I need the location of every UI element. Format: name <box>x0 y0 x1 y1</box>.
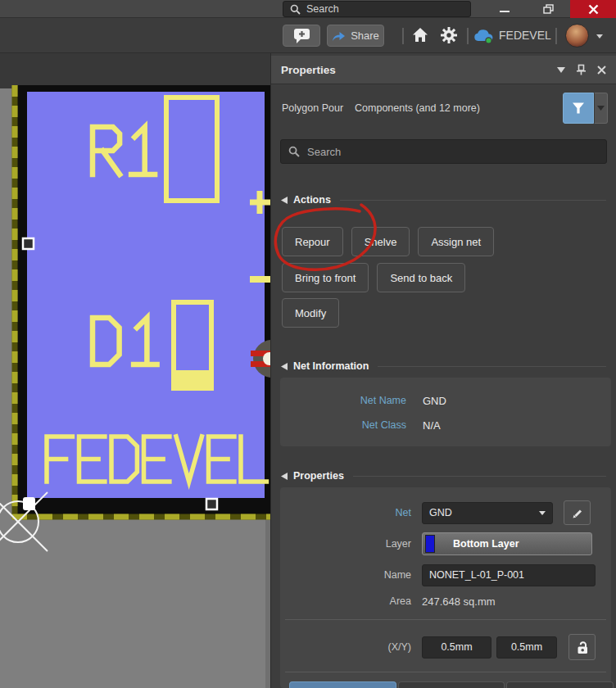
share-button[interactable]: Share <box>327 25 384 47</box>
collapse-triangle-icon <box>281 363 288 370</box>
search-icon <box>288 146 300 157</box>
y-input-value: 0.5mm <box>511 641 542 653</box>
restore-button[interactable] <box>532 0 565 18</box>
pour-mode-tab[interactable] <box>398 681 505 688</box>
shelve-button[interactable]: Shelve <box>351 227 410 256</box>
section-header-net-information[interactable]: Net Information <box>271 360 616 373</box>
y-input[interactable]: 0.5mm <box>496 636 557 659</box>
share-label: Share <box>351 29 379 42</box>
global-search-placeholder: Search <box>306 3 339 15</box>
scope-primary: Polygon Pour <box>282 102 343 114</box>
settings-gear-icon[interactable] <box>441 27 457 47</box>
divider <box>285 619 606 620</box>
assign-net-button[interactable]: Assign net <box>418 227 494 256</box>
name-input[interactable]: NONET_L-01_P-001 <box>422 564 596 586</box>
section-header-actions[interactable]: Actions <box>271 193 616 206</box>
scope-secondary: Components (and 12 more) <box>355 102 480 114</box>
comment-plus-icon <box>293 28 310 44</box>
area-label: Area <box>280 595 411 607</box>
net-dropdown-value: GND <box>429 507 452 518</box>
section-rule <box>340 200 606 201</box>
divider <box>285 672 606 672</box>
panel-search-placeholder: Search <box>307 146 341 158</box>
panel-title: Properties <box>281 64 546 76</box>
chevron-down-icon <box>539 511 546 515</box>
section-rule <box>353 476 606 477</box>
pencil-icon <box>571 507 583 519</box>
section-header-properties[interactable]: Properties <box>271 469 616 482</box>
chevron-down-icon <box>597 106 605 111</box>
comment-button[interactable] <box>283 25 320 47</box>
search-icon <box>290 4 301 15</box>
title-bar: Search <box>0 0 616 18</box>
panel-header[interactable]: Properties <box>271 56 616 84</box>
collapse-triangle-icon <box>281 197 288 204</box>
repour-button[interactable]: Repour <box>282 227 343 256</box>
net-label: Net <box>280 507 411 518</box>
unlock-icon <box>575 640 590 654</box>
cloud-icon[interactable] <box>473 28 495 48</box>
account-name[interactable]: FEDEVEL <box>499 29 551 42</box>
layer-dropdown[interactable]: Bottom Layer <box>422 532 592 555</box>
account-dropdown-caret-icon[interactable] <box>596 34 603 38</box>
section-label: Actions <box>293 194 331 206</box>
layer-label: Layer <box>280 538 411 550</box>
net-dropdown[interactable]: GND <box>422 502 553 524</box>
xy-label: (X/Y) <box>280 641 411 653</box>
modify-button[interactable]: Modify <box>282 298 339 328</box>
user-avatar[interactable] <box>565 24 589 48</box>
minimize-button[interactable] <box>488 0 521 18</box>
selection-scope-row: Polygon Pour Components (and 12 more) <box>271 90 616 126</box>
net-name-label: Net Name <box>280 395 406 406</box>
net-information-group: Net Name GND Net Class N/A <box>280 378 611 446</box>
section-label: Net Information <box>293 360 369 372</box>
area-value: 247.648 sq.mm <box>422 595 496 608</box>
panel-search-input[interactable]: Search <box>280 139 607 164</box>
section-label: Properties <box>293 470 344 482</box>
properties-panel: Properties Polygon Pour Components (and … <box>270 53 616 688</box>
selection-handle[interactable] <box>206 499 217 509</box>
name-label: Name <box>280 569 411 581</box>
home-icon[interactable] <box>412 27 428 46</box>
x-input[interactable]: 0.5mm <box>422 636 491 659</box>
net-class-value: N/A <box>423 419 441 432</box>
toolbar-separator <box>467 28 469 44</box>
send-to-back-button[interactable]: Send to back <box>377 263 465 292</box>
net-name-value: GND <box>423 395 446 407</box>
panel-close-icon[interactable] <box>597 66 606 75</box>
minimize-icon <box>500 4 510 14</box>
global-search-input[interactable]: Search <box>283 1 471 17</box>
main-toolbar: Share FEDEVEL <box>0 18 616 53</box>
name-input-value: NONET_L-01_P-001 <box>429 569 524 581</box>
share-arrow-icon <box>332 30 346 42</box>
scope-filter-dropdown[interactable] <box>594 93 608 124</box>
pour-mode-tab-selected[interactable] <box>289 681 396 688</box>
layer-dropdown-value: Bottom Layer <box>453 538 584 550</box>
toolbar-separator <box>555 28 557 44</box>
pcb-canvas[interactable] <box>0 53 270 688</box>
scope-filter-button[interactable] <box>563 93 594 124</box>
net-class-label: Net Class <box>280 419 406 431</box>
x-input-value: 0.5mm <box>441 641 472 653</box>
restore-icon <box>543 4 555 15</box>
close-button[interactable] <box>570 0 616 18</box>
layer-color-swatch <box>425 535 435 553</box>
panel-pin-icon[interactable] <box>576 64 587 75</box>
diode-cathode-bar <box>174 370 211 390</box>
scope-filter-splitbutton <box>563 93 608 124</box>
pour-mode-tabs <box>289 681 614 688</box>
close-icon <box>588 4 599 15</box>
selection-handle[interactable] <box>23 238 34 249</box>
section-rule <box>378 366 606 367</box>
pour-mode-tab[interactable] <box>506 681 614 688</box>
bring-to-front-button[interactable]: Bring to front <box>282 263 369 292</box>
pcb-drawing <box>0 53 270 688</box>
net-edit-button[interactable] <box>564 500 591 525</box>
collapse-triangle-icon <box>281 473 288 480</box>
funnel-icon <box>572 102 585 114</box>
altium-window: Search Share FEDEVEL <box>0 0 616 688</box>
properties-group: Net GND Layer Bottom Layer Name <box>280 487 611 688</box>
xy-lock-button[interactable] <box>568 634 596 660</box>
panel-menu-caret-icon[interactable] <box>557 67 565 73</box>
toolbar-separator <box>402 28 404 44</box>
